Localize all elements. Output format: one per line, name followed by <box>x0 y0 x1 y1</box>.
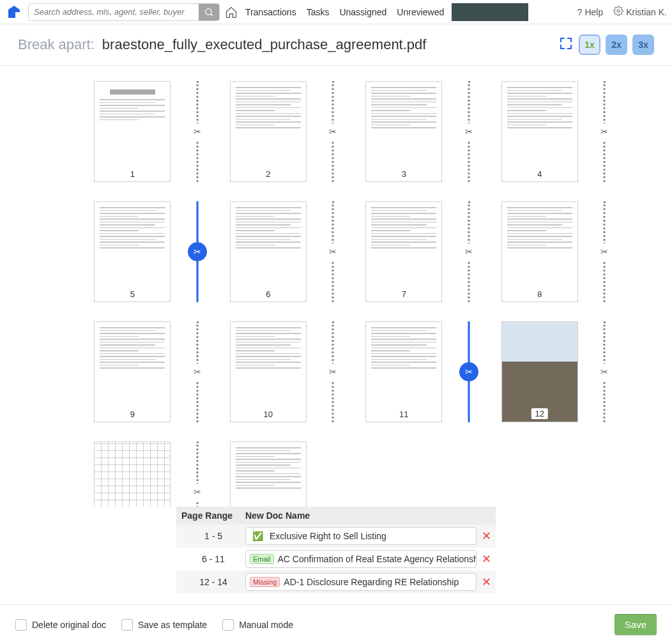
page-thumbnail[interactable]: 8 <box>501 201 578 302</box>
page-thumbnail[interactable]: 7 <box>365 201 442 302</box>
help-link[interactable]: ? Help <box>577 7 604 17</box>
table-row: 6 - 11EmailAC Confirmation of Real Estat… <box>176 548 496 571</box>
doc-name-text: AD-1 Disclosure Regarding RE Relationshi… <box>284 577 459 587</box>
page-thumbnail[interactable]: 5 <box>94 201 171 302</box>
page-thumbnail[interactable]: 2 <box>230 81 307 182</box>
user-label: Kristian K. <box>626 7 667 17</box>
nav-unreviewed[interactable]: Unreviewed <box>394 7 447 17</box>
page-thumbnail[interactable]: 13 <box>94 441 171 507</box>
page-number: 4 <box>533 169 546 179</box>
page-cell: 1✂ <box>68 81 197 182</box>
doc-name-input[interactable]: ✅Exclusive Right to Sell Listing <box>245 527 477 545</box>
manual-mode-checkbox[interactable]: Manual mode <box>222 619 293 631</box>
page-cell: 11✂ <box>339 321 469 422</box>
delete-original-label: Delete original doc <box>32 620 106 630</box>
nav-tasks[interactable]: Tasks <box>304 7 332 17</box>
svg-line-1 <box>211 13 213 15</box>
page-thumbnail[interactable]: 9 <box>94 321 171 422</box>
search-input[interactable] <box>29 4 199 20</box>
row-range: 1 - 5 <box>181 531 245 541</box>
home-icon[interactable] <box>225 6 238 19</box>
page-thumbnail[interactable]: 6 <box>230 201 307 302</box>
cut-handle[interactable]: ✂ <box>593 321 616 422</box>
zoom-1x[interactable]: 1x <box>579 34 600 55</box>
page-thumbnail[interactable]: 3 <box>365 81 442 182</box>
page-cell: 14 <box>204 441 333 507</box>
page-cell: 8✂ <box>475 201 605 302</box>
status-badge: ✅ <box>250 530 266 542</box>
title-prefix: Break apart: <box>18 36 95 53</box>
doc-name-text: AC Confirmation of Real Estate Agency Re… <box>278 554 477 564</box>
zoom-3x[interactable]: 3x <box>632 34 654 55</box>
help-icon: ? <box>577 7 583 17</box>
page-number: 8 <box>533 289 546 299</box>
page-thumbnail[interactable]: 11 <box>365 321 442 422</box>
save-button[interactable]: Save <box>615 614 657 635</box>
manual-mode-label: Manual mode <box>239 620 293 630</box>
table-row: 1 - 5✅Exclusive Right to Sell Listing✕ <box>176 525 496 548</box>
expand-icon[interactable] <box>558 36 574 54</box>
checkbox-icon <box>222 619 234 631</box>
scissors-icon: ✂ <box>596 243 613 260</box>
page-number: 2 <box>262 169 274 179</box>
svg-point-0 <box>206 8 211 14</box>
cut-handle[interactable]: ✂ <box>593 81 616 182</box>
page-cell: 3✂ <box>339 81 469 182</box>
svg-point-2 <box>617 10 620 12</box>
search-input-wrap <box>28 3 220 21</box>
user-menu[interactable]: Kristian K. <box>613 6 667 18</box>
page-number: 3 <box>398 169 410 179</box>
scissors-icon: ✂ <box>596 364 613 380</box>
page-thumbnail[interactable]: 14 <box>230 441 307 507</box>
title-row: Break apart: braestone_fully_executed_pu… <box>0 24 672 66</box>
delete-row-icon[interactable]: ✕ <box>477 575 496 589</box>
save-template-checkbox[interactable]: Save as template <box>121 619 207 631</box>
doc-name-input[interactable]: MissingAD-1 Disclosure Regarding RE Rela… <box>245 573 477 591</box>
topbar: Transactions Tasks Unassigned Unreviewed… <box>0 0 672 24</box>
page-number: 11 <box>395 410 412 419</box>
page-thumbnail[interactable]: 1 <box>94 81 171 182</box>
page-number: 7 <box>398 289 410 299</box>
table-head-range: Page Range <box>181 510 245 521</box>
search-button[interactable] <box>199 4 219 20</box>
page-number: 12 <box>531 408 548 419</box>
footer: Delete original doc Save as template Man… <box>0 604 672 644</box>
row-range: 6 - 11 <box>181 554 245 564</box>
split-table: Page Range New Doc Name 1 - 5✅Exclusive … <box>176 507 496 594</box>
page-thumbnail[interactable]: 4 <box>501 81 578 182</box>
page-cell: 10✂ <box>204 321 333 422</box>
delete-original-checkbox[interactable]: Delete original doc <box>15 619 106 631</box>
status-badge: Missing <box>250 577 280 587</box>
nav-transactions[interactable]: Transactions <box>243 7 299 17</box>
cut-handle[interactable]: ✂ <box>593 201 616 302</box>
thumbnail-grid: 1✂2✂3✂4✂5✂6✂7✂8✂9✂10✂11✂12✂13✂14 <box>68 81 604 507</box>
page-canvas: 1✂2✂3✂4✂5✂6✂7✂8✂9✂10✂11✂12✂13✂14 <box>0 66 672 507</box>
delete-row-icon[interactable]: ✕ <box>477 552 496 566</box>
nav-unassigned[interactable]: Unassigned <box>337 7 389 17</box>
table-head-name: New Doc Name <box>245 510 491 521</box>
page-cell: 9✂ <box>68 321 197 422</box>
status-badge: Email <box>250 554 274 564</box>
table-header: Page Range New Doc Name <box>176 507 496 525</box>
scissors-icon: ✂ <box>596 123 613 140</box>
page-number: 10 <box>260 410 277 419</box>
page-number: 1 <box>126 169 139 179</box>
page-thumbnail[interactable]: 12 <box>501 321 578 422</box>
doc-name-input[interactable]: EmailAC Confirmation of Real Estate Agen… <box>245 550 477 568</box>
dark-redacted-area <box>452 3 528 21</box>
page-cell: 7✂ <box>339 201 469 302</box>
save-template-label: Save as template <box>138 620 207 630</box>
gear-icon <box>613 6 623 18</box>
app-logo[interactable] <box>5 3 23 21</box>
page-cell: 13✂ <box>68 441 197 507</box>
delete-row-icon[interactable]: ✕ <box>477 529 496 543</box>
checkbox-icon <box>121 619 133 631</box>
page-cell: 5✂ <box>68 201 197 302</box>
zoom-2x[interactable]: 2x <box>606 34 627 55</box>
help-label: Help <box>584 7 603 17</box>
row-range: 12 - 14 <box>181 577 245 587</box>
page-cell: 12✂ <box>475 321 605 422</box>
page-cell: 4✂ <box>475 81 605 182</box>
checkbox-icon <box>15 619 27 631</box>
page-thumbnail[interactable]: 10 <box>230 321 307 422</box>
